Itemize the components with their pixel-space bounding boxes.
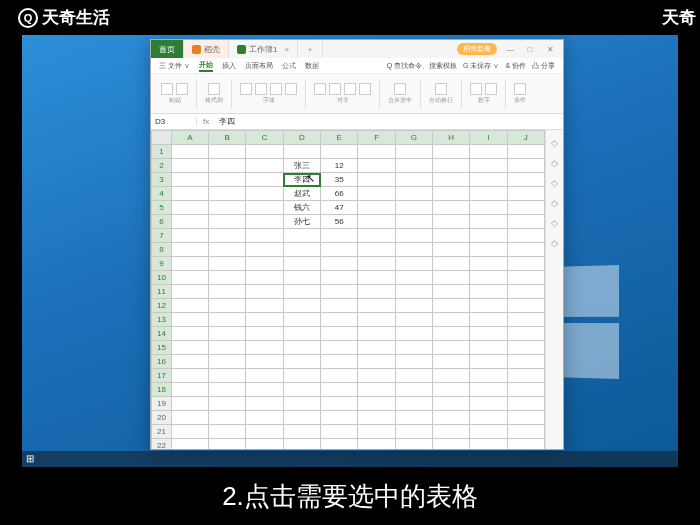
cell[interactable] [358, 313, 395, 327]
toolbar-group[interactable]: 合并居中 [384, 83, 416, 105]
more-icon[interactable]: ◇ [551, 238, 558, 248]
menu-item[interactable]: 三 文件 ∨ [159, 61, 190, 71]
toolbar-icon[interactable] [329, 83, 341, 95]
cell[interactable] [395, 243, 432, 257]
cell[interactable] [246, 285, 283, 299]
cell[interactable] [470, 439, 507, 450]
cell[interactable] [171, 145, 208, 159]
backup-icon[interactable]: ◇ [551, 218, 558, 228]
toolbar-icon[interactable] [344, 83, 356, 95]
cell[interactable] [433, 285, 470, 299]
cell[interactable] [470, 187, 507, 201]
cell[interactable]: 张三 [283, 159, 320, 173]
cell[interactable] [433, 229, 470, 243]
cell[interactable] [433, 271, 470, 285]
cell[interactable] [209, 173, 246, 187]
maximize-button[interactable]: □ [523, 45, 537, 54]
cell[interactable] [470, 313, 507, 327]
cell[interactable] [395, 257, 432, 271]
spreadsheet-grid[interactable]: ABCDEFGHIJ12张三123李四↖354赵武665钱六476孙七56789… [151, 130, 545, 449]
cell[interactable] [283, 425, 320, 439]
menu-item[interactable]: 插入 [222, 61, 236, 71]
cell[interactable] [209, 271, 246, 285]
menu-right-item[interactable]: Q 查找命令、搜索模板 [387, 61, 457, 71]
menu-right-item[interactable]: G 未保存 ∨ [463, 61, 499, 71]
cell[interactable] [171, 201, 208, 215]
cell[interactable] [171, 187, 208, 201]
cell[interactable] [507, 145, 544, 159]
cell[interactable] [470, 159, 507, 173]
cell[interactable] [507, 425, 544, 439]
toolbar-group[interactable]: 条件 [510, 83, 530, 105]
cell[interactable] [246, 383, 283, 397]
column-header[interactable]: G [395, 131, 432, 145]
cell[interactable] [246, 397, 283, 411]
toolbar-group[interactable]: 格式刷 [201, 83, 227, 105]
cell[interactable] [507, 313, 544, 327]
cell[interactable] [321, 243, 358, 257]
cell[interactable] [507, 187, 544, 201]
cell[interactable] [209, 313, 246, 327]
cell[interactable] [283, 271, 320, 285]
cell[interactable] [171, 425, 208, 439]
row-header[interactable]: 3 [152, 173, 172, 187]
cell[interactable] [395, 397, 432, 411]
row-header[interactable]: 22 [152, 439, 172, 450]
cell[interactable] [246, 355, 283, 369]
cell[interactable] [283, 397, 320, 411]
cell[interactable] [246, 369, 283, 383]
cell[interactable] [321, 439, 358, 450]
cell[interactable] [321, 313, 358, 327]
toolbar-icon[interactable] [359, 83, 371, 95]
cell[interactable] [209, 229, 246, 243]
row-header[interactable]: 11 [152, 285, 172, 299]
cell[interactable] [283, 313, 320, 327]
cell[interactable] [470, 145, 507, 159]
cell[interactable] [395, 145, 432, 159]
toolbar-icon[interactable] [514, 83, 526, 95]
column-header[interactable]: F [358, 131, 395, 145]
cell[interactable] [507, 327, 544, 341]
row-header[interactable]: 20 [152, 411, 172, 425]
cell[interactable] [470, 299, 507, 313]
cell[interactable] [246, 201, 283, 215]
cell[interactable] [358, 369, 395, 383]
toolbar-icon[interactable] [208, 83, 220, 95]
cell[interactable] [358, 215, 395, 229]
row-header[interactable]: 19 [152, 397, 172, 411]
cell[interactable] [358, 243, 395, 257]
column-header[interactable]: J [507, 131, 544, 145]
cell[interactable] [507, 159, 544, 173]
row-header[interactable]: 21 [152, 425, 172, 439]
cell[interactable] [507, 341, 544, 355]
toolbar-group[interactable]: 字体 [236, 83, 301, 105]
cell[interactable] [395, 355, 432, 369]
cell[interactable] [507, 355, 544, 369]
cell[interactable] [321, 425, 358, 439]
cell[interactable] [171, 397, 208, 411]
cell[interactable] [321, 397, 358, 411]
cell[interactable] [283, 341, 320, 355]
cell[interactable] [209, 257, 246, 271]
fx-label[interactable]: fx [197, 117, 215, 126]
cell[interactable] [433, 159, 470, 173]
cell[interactable] [171, 341, 208, 355]
cell[interactable] [209, 369, 246, 383]
cell[interactable] [246, 257, 283, 271]
row-header[interactable]: 16 [152, 355, 172, 369]
cell[interactable] [246, 229, 283, 243]
toolbar-icon[interactable] [285, 83, 297, 95]
cell[interactable] [433, 411, 470, 425]
cell[interactable] [283, 369, 320, 383]
cell[interactable] [395, 187, 432, 201]
cell[interactable] [358, 383, 395, 397]
cell[interactable] [321, 285, 358, 299]
cell[interactable] [507, 201, 544, 215]
cell[interactable] [358, 397, 395, 411]
cell[interactable] [209, 425, 246, 439]
cell[interactable] [209, 187, 246, 201]
tab-home[interactable]: 首页 [151, 40, 184, 58]
toolbar-group[interactable]: 粘贴 [157, 83, 192, 105]
cell[interactable] [171, 327, 208, 341]
cell[interactable] [283, 327, 320, 341]
